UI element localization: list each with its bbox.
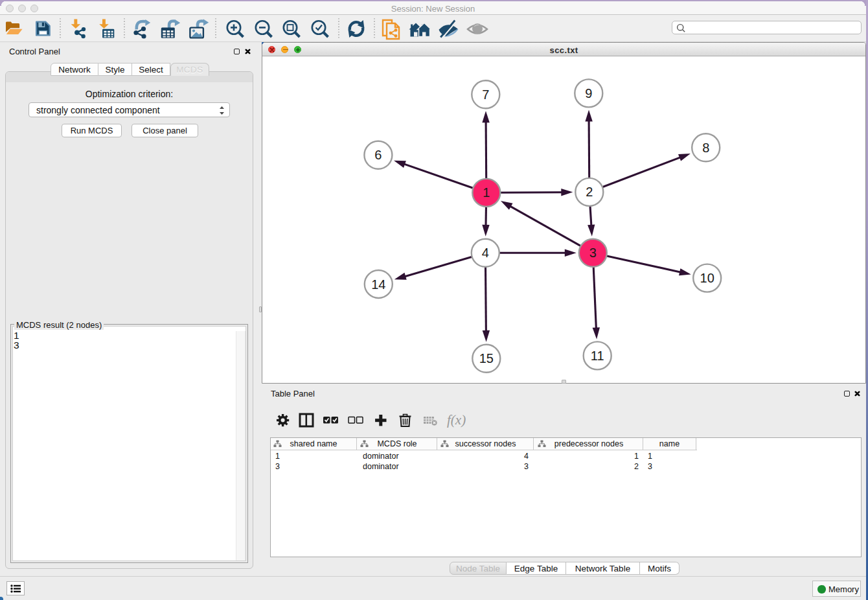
svg-text:8: 8 xyxy=(702,141,709,155)
svg-text:10: 10 xyxy=(700,271,714,285)
svg-text:f(x): f(x) xyxy=(447,412,466,428)
svg-text:4: 4 xyxy=(482,246,489,260)
svg-text:11: 11 xyxy=(591,349,604,363)
svg-text:6: 6 xyxy=(374,148,382,162)
svg-text:9: 9 xyxy=(585,86,592,100)
svg-text:15: 15 xyxy=(479,351,494,365)
svg-text:1: 1 xyxy=(483,185,490,200)
svg-text:2: 2 xyxy=(586,185,593,199)
svg-text:3: 3 xyxy=(589,246,597,260)
svg-text:14: 14 xyxy=(371,277,385,292)
svg-text:7: 7 xyxy=(482,87,489,102)
